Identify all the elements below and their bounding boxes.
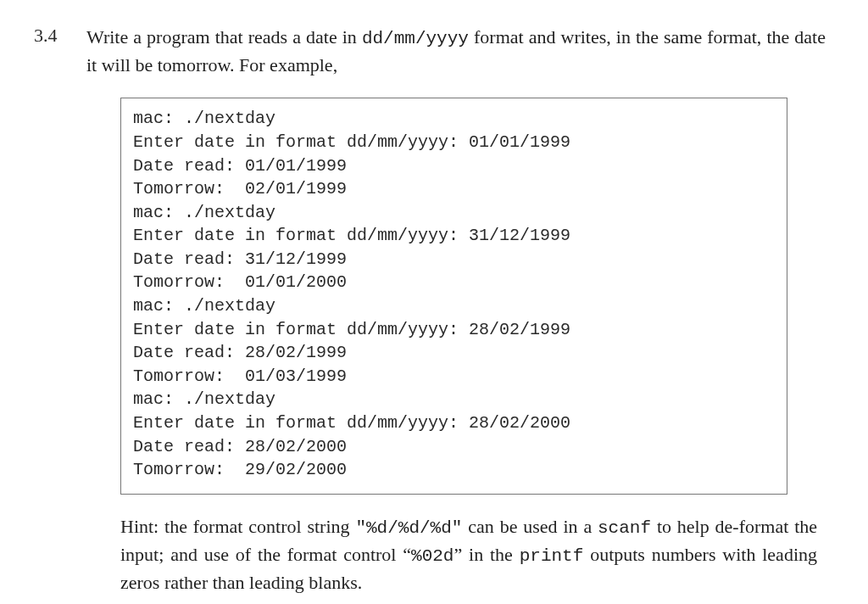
- hint-paragraph: Hint: the format control string "%d/%d/%…: [120, 513, 817, 597]
- text-span: ” in the: [453, 544, 519, 565]
- code-line: Date read: 28/02/2000: [133, 435, 775, 459]
- code-line: Enter date in format dd/mm/yyyy: 01/01/1…: [133, 131, 775, 154]
- mono-span: printf: [520, 546, 584, 566]
- document-page: 3.4 Write a program that reads a date in…: [0, 0, 868, 604]
- code-example-box: mac: ./nextdayEnter date in format dd/mm…: [120, 98, 787, 495]
- code-line: mac: ./nextday: [133, 388, 775, 411]
- mono-span: dd/mm/yyyy: [362, 29, 469, 48]
- mono-span: "%d/%d/%d": [355, 518, 462, 538]
- mono-span: scanf: [598, 518, 651, 538]
- mono-span: %02d: [411, 546, 453, 566]
- exercise-number: 3.4: [34, 24, 86, 47]
- code-line: Date read: 28/02/1999: [133, 341, 775, 365]
- code-line: Enter date in format dd/mm/yyyy: 28/02/1…: [133, 318, 775, 342]
- code-line: Tomorrow: 02/01/1999: [133, 177, 775, 201]
- code-line: Date read: 31/12/1999: [133, 248, 775, 271]
- exercise-header: 3.4 Write a program that reads a date in…: [34, 24, 826, 79]
- code-line: Tomorrow: 01/01/2000: [133, 271, 775, 294]
- exercise-prompt: Write a program that reads a date in dd/…: [86, 24, 826, 79]
- text-span: can be used in a: [462, 516, 598, 537]
- code-line: Tomorrow: 29/02/2000: [133, 458, 775, 482]
- text-span: Write a program that reads a date in: [86, 26, 362, 48]
- code-line: Tomorrow: 01/03/1999: [133, 365, 775, 389]
- code-line: Enter date in format dd/mm/yyyy: 31/12/1…: [133, 224, 775, 248]
- code-line: mac: ./nextday: [133, 294, 775, 318]
- code-line: Date read: 01/01/1999: [133, 154, 775, 178]
- code-line: mac: ./nextday: [133, 201, 775, 225]
- code-line: mac: ./nextday: [133, 107, 775, 131]
- text-span: Hint: the format control string: [120, 516, 355, 537]
- code-line: Enter date in format dd/mm/yyyy: 28/02/2…: [133, 411, 775, 435]
